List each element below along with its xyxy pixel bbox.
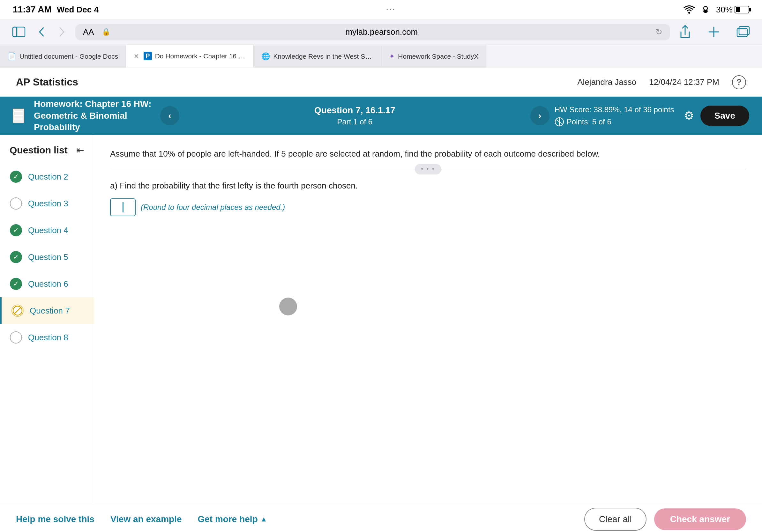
svg-line-12 [14, 307, 21, 314]
browser-tabs: 📄 Untitled document - Google Docs ✕ P Do… [0, 45, 762, 68]
url-display[interactable]: mylab.pearson.com [113, 27, 650, 37]
battery-indicator: 30% [716, 5, 749, 15]
tab-favicon-homework: P [144, 52, 152, 60]
svg-point-1 [704, 6, 708, 10]
sidebar-title: Question list [10, 145, 68, 156]
q6-label: Question 6 [28, 279, 68, 289]
points-label: Points: 5 of 6 [567, 116, 611, 128]
sidebar-item-q4[interactable]: ✓ Question 4 [0, 217, 94, 244]
empty-circle-icon [10, 197, 22, 210]
answer-hint: (Round to four decimal places as needed.… [141, 203, 285, 212]
question-prompt: Assume that 10% of people are left-hande… [110, 148, 746, 160]
get-more-help-button[interactable]: Get more help ▲ [197, 514, 267, 524]
question-indicator: Question 7, 16.1.17 Part 1 of 6 [185, 105, 525, 126]
sidebar-item-q8[interactable]: Question 8 [0, 324, 94, 351]
caret-up-icon: ▲ [261, 515, 267, 523]
check-circle-icon-2: ✓ [10, 224, 22, 236]
svg-point-0 [688, 12, 690, 14]
q7-label: Question 7 [30, 306, 70, 316]
settings-button[interactable]: ⚙ [684, 109, 694, 122]
status-time: 11:37 AM [13, 4, 52, 15]
app-title: AP Statistics [16, 76, 78, 88]
tab-title-studyx: Homework Space - StudyX [398, 53, 478, 60]
security-icon: 🔒 [102, 28, 111, 36]
q4-label: Question 4 [28, 226, 68, 235]
browser-toolbar: AA 🔒 mylab.pearson.com ↻ [0, 19, 762, 45]
q2-label: Question 2 [28, 172, 68, 182]
hw-score-label: HW Score: 38.89%, 14 of 36 points [555, 104, 674, 116]
sidebar-item-q5[interactable]: ✓ Question 5 [0, 244, 94, 270]
sidebar-item-q6[interactable]: ✓ Question 6 [0, 270, 94, 297]
divider-handle[interactable]: • • • [415, 164, 442, 174]
answer-input-box[interactable] [110, 198, 136, 216]
back-button[interactable] [35, 23, 48, 40]
q5-label: Question 5 [28, 252, 68, 262]
answer-area: (Round to four decimal places as needed.… [110, 198, 746, 216]
q3-label: Question 3 [28, 199, 68, 209]
hw-navbar: ☰ Homework: Chapter 16 HW: Geometric & B… [0, 97, 762, 135]
homework-prefix: Homework: [34, 99, 82, 109]
status-date: Wed Dec 4 [57, 5, 99, 15]
answer-cursor [122, 202, 123, 212]
hw-points: Points: 5 of 6 [555, 116, 674, 128]
tab-studyx[interactable]: ✦ Homework Space - StudyX [381, 45, 486, 68]
tab-knowledge[interactable]: 🌐 Knowledge Revs in the West SR and E... [254, 45, 381, 68]
tab-favicon-knowledge: 🌐 [261, 52, 270, 61]
sidebar-collapse-button[interactable]: ⇤ [76, 145, 84, 156]
font-size-control[interactable]: AA [83, 27, 94, 37]
check-circle-icon: ✓ [10, 170, 22, 183]
hw-nav-title: Homework: Chapter 16 HW: Geometric & Bin… [34, 98, 155, 133]
question-number: Question 7, 16.1.17 [314, 105, 395, 115]
q8-label: Question 8 [28, 333, 68, 343]
question-content-area: Assume that 10% of people are left-hande… [94, 135, 762, 503]
next-question-button[interactable]: › [530, 106, 550, 125]
prev-question-button[interactable]: ‹ [160, 106, 179, 125]
hamburger-menu-button[interactable]: ☰ [13, 108, 24, 123]
loading-indicator [279, 298, 297, 315]
app-header: AP Statistics Alejandra Jasso 12/04/24 1… [0, 68, 762, 97]
wifi-icon [683, 5, 695, 14]
clear-all-button[interactable]: Clear all [584, 508, 647, 531]
help-button[interactable]: ? [732, 75, 746, 89]
q5-status-icon: ✓ [10, 251, 22, 263]
sidebar-item-q3[interactable]: Question 3 [0, 190, 94, 217]
tab-title-docs: Untitled document - Google Docs [20, 53, 118, 60]
sidebar-item-q7[interactable]: Question 7 [0, 297, 94, 324]
forward-button[interactable] [55, 23, 69, 40]
main-content: Question list ⇤ ✓ Question 2 Question 3 … [0, 135, 762, 503]
help-me-solve-button[interactable]: Help me solve this [16, 514, 95, 524]
q6-status-icon: ✓ [10, 278, 22, 290]
tab-favicon-docs: 📄 [8, 52, 16, 61]
tab-title-homework: Do Homework - Chapter 16 HW: Geo... [155, 52, 246, 60]
partial-icon [12, 304, 24, 317]
tab-google-docs[interactable]: 📄 Untitled document - Google Docs [0, 45, 126, 68]
check-circle-icon-3: ✓ [10, 251, 22, 263]
sidebar-toggle-button[interactable] [10, 23, 28, 40]
tab-close-homework[interactable]: ✕ [134, 52, 139, 60]
q8-status-icon [10, 331, 22, 344]
q2-status-icon: ✓ [10, 170, 22, 183]
refresh-button[interactable]: ↻ [655, 27, 662, 37]
sidebar-item-q2[interactable]: ✓ Question 2 [0, 163, 94, 190]
tabs-overview-button[interactable] [734, 23, 752, 40]
question-divider-container: • • • [110, 170, 746, 170]
hw-score: HW Score: 38.89%, 14 of 36 points Points… [555, 104, 674, 128]
q7-status-icon [11, 304, 24, 317]
sidebar-header: Question list ⇤ [0, 145, 94, 163]
share-button[interactable] [676, 22, 694, 41]
user-name: Alejandra Jasso [577, 77, 636, 87]
tab-favicon-studyx: ✦ [389, 52, 395, 61]
bottom-action-bar: Help me solve this View an example Get m… [0, 503, 762, 532]
app-header-right: Alejandra Jasso 12/04/24 12:37 PM ? [577, 75, 746, 89]
new-tab-button[interactable] [705, 23, 723, 40]
check-answer-button[interactable]: Check answer [654, 508, 746, 530]
question-part-a: a) Find the probability that the first l… [110, 179, 746, 192]
tab-homework[interactable]: ✕ P Do Homework - Chapter 16 HW: Geo... [126, 45, 254, 68]
address-bar[interactable]: AA 🔒 mylab.pearson.com ↻ [75, 24, 670, 40]
save-button[interactable]: Save [700, 105, 749, 126]
q4-status-icon: ✓ [10, 224, 22, 237]
status-bar: 11:37 AM Wed Dec 4 ··· 30% [0, 0, 762, 19]
view-example-button[interactable]: View an example [111, 514, 182, 524]
svg-rect-2 [13, 27, 25, 37]
browser-actions [676, 22, 752, 41]
